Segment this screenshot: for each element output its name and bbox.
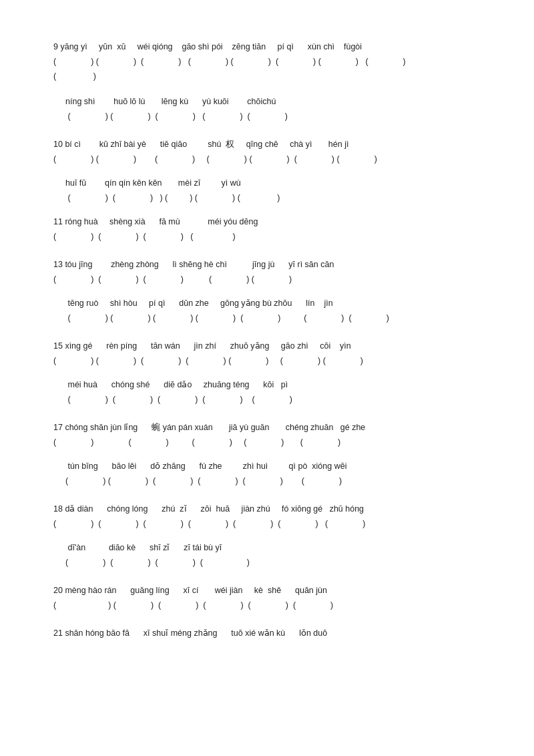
line-17-4: ( ) ( ) ( ) ( ) ( ) ( ) [65,474,481,488]
line-15-4: ( ) ( ) ( ) ( ) ( ) [65,393,481,406]
line-10-2: ( ) ( ) ( ) ( ) ( ) ( ) ( ) [53,152,481,166]
section-9-block1: 9 yāng yì yūn xū wéi qióng gāo shì pói z… [53,40,481,83]
line-18-3: dī'àn diāo kè shī zǐ zī tái bù yī [65,541,481,554]
text-17-3: tún bīng bāo lěi dǒ zhāng fú zhe zhì huì… [65,459,346,473]
brackets-20-1: ( ) ( ) ( ) ( ) ( ) ( ) [53,598,333,612]
section-21: 21 shān hóng bāo fā xī shuǐ méng zhǎng t… [53,626,481,640]
brackets-10-3: ( ) ( ) ) ( ) ( ) ( ) [65,191,280,204]
text-10-3: huī fū qín qín kěn kěn mèi zī yì wù [65,176,241,190]
section-13-block2: tēng ruò shì hòu pí qì dūn zhe gōng yǎng… [53,297,481,325]
text-9-1: 9 yāng yì yūn xū wéi qióng gāo shì pói z… [53,40,362,53]
section-17-block1: 17 chóng shān jùn lǐng 蜿 yán pán xuán ji… [53,421,481,449]
section-15-block1: 15 xìng gé rèn píng tān wán jìn zhí zhuō… [53,339,481,367]
line-21-1: 21 shān hóng bāo fā xī shuǐ méng zhǎng t… [53,626,481,640]
line-9-1: 9 yāng yì yūn xū wéi qióng gāo shì pói z… [53,40,481,53]
brackets-9-extra: ( ) [53,69,96,83]
line-17-2: ( ) ( ) ( ) ( ) ( ) [53,435,481,449]
section-15-block2: méi huà chóng shé diē dǎo zhuāng téng kō… [53,378,481,406]
line-13-1: 13 tóu jīng zhèng zhòng lì shēng hè chì … [53,258,481,271]
line-11-1: 11 róng huà shèng xià fā mù méi yóu dēng [53,215,481,228]
line-10-1: 10 bí cì kū zhī bài yè tiē qiāo shú 权 qī… [53,138,481,151]
line-17-3: tún bīng bāo lěi dǒ zhāng fú zhe zhì huì… [65,459,481,473]
text-15-3: méi huà chóng shé diē dǎo zhuāng téng kō… [65,378,288,391]
text-13-1: 13 tóu jīng zhèng zhòng lì shēng hè chì … [53,258,334,271]
section-20: 20 mèng hào rán guāng líng xī cí wéi jià… [53,584,481,612]
brackets-18-3: ( ) ( ) ( ) ( ) [65,556,250,569]
section-13-block1: 13 tóu jīng zhèng zhòng lì shēng hè chì … [53,258,481,286]
brackets-17-1: ( ) ( ) ( ) ( ) ( ) [53,435,340,449]
text-11-1: 11 róng huà shèng xià fā mù méi yóu dēng [53,215,258,228]
text-17-1: 17 chóng shān jùn lǐng 蜿 yán pán xuán ji… [53,421,365,434]
line-15-1: 15 xìng gé rèn píng tān wán jìn zhí zhuō… [53,339,481,353]
line-18-4: ( ) ( ) ( ) ( ) [65,556,481,569]
text-18-1: 18 dǎ diàn chóng lóng zhú zǐ zōi huā jià… [53,502,364,516]
line-13-3: tēng ruò shì hòu pí qì dūn zhe gōng yǎng… [65,297,481,310]
line-15-3: méi huà chóng shé diē dǎo zhuāng téng kō… [65,378,481,391]
line-9-3: ( ) [53,69,481,83]
section-9-block2: níng shì huō lō lù lēng kù yù kuōi chōic… [53,95,481,123]
text-9-4: níng shì huō lō lù lēng kù yù kuōi chōic… [65,95,276,108]
section-18-block2: dī'àn diāo kè shī zǐ zī tái bù yī ( ) ( … [53,541,481,569]
line-10-4: ( ) ( ) ) ( ) ( ) ( ) [65,191,481,204]
brackets-15-3: ( ) ( ) ( ) ( ) ( ) [65,393,292,406]
text-20-1: 20 mèng hào rán guāng líng xī cí wéi jià… [53,584,327,597]
text-18-3: dī'àn diāo kè shī zǐ zī tái bù yī [65,541,222,554]
text-13-3: tēng ruò shì hòu pí qì dūn zhe gōng yǎng… [65,297,333,310]
brackets-13-1: ( ) ( ) ( ) ( ) ( ) [53,272,292,286]
text-15-1: 15 xìng gé rèn píng tān wán jìn zhí zhuō… [53,339,351,353]
text-21-1: 21 shān hóng bāo fā xī shuǐ méng zhǎng t… [53,626,327,640]
brackets-18-1: ( ) ( ) ( ) ( ) ( ) ( ) ( ) [53,517,365,530]
line-13-4: ( ) ( ) ( ) ( ) ( ) ( ) ( ) [65,311,481,325]
line-10-3: huī fū qín qín kěn kěn mèi zī yì wù [65,176,481,190]
brackets-9-4: ( ) ( ) ( ) ( ) ( ) [65,110,288,123]
brackets-17-3: ( ) ( ) ( ) ( ) ( ) ( ) [65,474,342,488]
brackets-15-1: ( ) ( ) ( ) ( ) ( ) ( ) ( ) [53,354,363,367]
line-9-4: níng shì huō lō lù lēng kù yù kuōi chōic… [65,95,481,108]
line-20-2: ( ) ( ) ( ) ( ) ( ) ( ) [53,598,481,612]
line-18-1: 18 dǎ diàn chóng lóng zhú zǐ zōi huā jià… [53,502,481,516]
section-10-block2: huī fū qín qín kěn kěn mèi zī yì wù ( ) … [53,176,481,204]
line-17-1: 17 chóng shān jùn lǐng 蜿 yán pán xuán ji… [53,421,481,434]
brackets-9-1: ( ) ( ) ( ) ( ) ( ) ( ) ( ) ( ) [53,55,406,68]
line-18-2: ( ) ( ) ( ) ( ) ( ) ( ) ( ) [53,517,481,530]
line-13-2: ( ) ( ) ( ) ( ) ( ) [53,272,481,286]
section-11: 11 róng huà shèng xià fā mù méi yóu dēng… [53,215,481,243]
brackets-10-1: ( ) ( ) ( ) ( ) ( ) ( ) ( ) [53,152,377,166]
brackets-13-3: ( ) ( ) ( ) ( ) ( ) ( ) ( ) [65,311,389,325]
line-15-2: ( ) ( ) ( ) ( ) ( ) ( ) ( ) [53,354,481,367]
page-container: 9 yāng yì yūn xū wéi qióng gāo shì pói z… [53,40,481,640]
text-10-1: 10 bí cì kū zhī bài yè tiē qiāo shú 权 qī… [53,138,348,151]
section-10-block1: 10 bí cì kū zhī bài yè tiē qiāo shú 权 qī… [53,138,481,166]
section-17-block2: tún bīng bāo lěi dǒ zhāng fú zhe zhì huì… [53,459,481,488]
section-18-block1: 18 dǎ diàn chóng lóng zhú zǐ zōi huā jià… [53,502,481,530]
line-11-2: ( ) ( ) ( ) ( ) [53,230,481,243]
line-9-5: ( ) ( ) ( ) ( ) ( ) [65,110,481,123]
brackets-11-1: ( ) ( ) ( ) ( ) [53,230,236,243]
line-20-1: 20 mèng hào rán guāng líng xī cí wéi jià… [53,584,481,597]
line-9-2: ( ) ( ) ( ) ( ) ( ) ( ) ( ) ( ) [53,55,481,68]
